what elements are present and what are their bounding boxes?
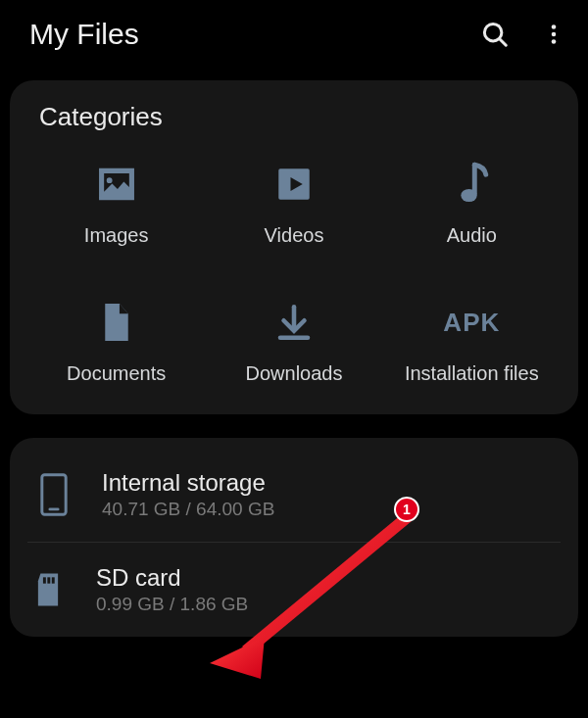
storage-info: SD card 0.99 GB / 1.86 GB — [96, 564, 248, 615]
storage-info: Internal storage 40.71 GB / 64.00 GB — [102, 469, 274, 520]
category-images[interactable]: Images — [27, 162, 205, 247]
category-installation-files[interactable]: APK Installation files — [383, 300, 561, 385]
image-icon — [95, 162, 138, 207]
svg-point-2 — [552, 24, 557, 29]
category-label: Documents — [67, 362, 166, 385]
more-button[interactable] — [541, 22, 566, 47]
annotation-badge: 1 — [394, 497, 419, 522]
storage-card: Internal storage 40.71 GB / 64.00 GB SD … — [10, 438, 578, 637]
apk-icon: APK — [443, 300, 500, 345]
svg-point-4 — [552, 39, 557, 44]
more-vert-icon — [541, 22, 566, 47]
svg-line-1 — [500, 39, 506, 45]
category-label: Images — [84, 224, 149, 247]
svg-rect-13 — [52, 577, 55, 583]
storage-sub: 0.99 GB / 1.86 GB — [96, 594, 248, 615]
sdcard-icon — [27, 571, 69, 608]
categories-title: Categories — [39, 102, 561, 132]
categories-grid: Images Videos Audio — [27, 162, 561, 385]
search-icon — [480, 20, 510, 49]
category-videos[interactable]: Videos — [205, 162, 382, 247]
document-icon — [99, 300, 134, 345]
svg-point-3 — [552, 32, 557, 37]
svg-rect-12 — [47, 577, 50, 583]
search-button[interactable] — [480, 20, 510, 49]
storage-sdcard[interactable]: SD card 0.99 GB / 1.86 GB — [27, 542, 561, 637]
svg-marker-15 — [210, 637, 265, 679]
app-header: My Files — [0, 0, 588, 80]
storage-title: SD card — [96, 564, 248, 592]
svg-point-6 — [462, 189, 477, 202]
category-label: Installation files — [405, 362, 539, 385]
category-label: Downloads — [246, 362, 343, 385]
category-label: Videos — [265, 224, 324, 247]
category-documents[interactable]: Documents — [27, 300, 205, 385]
storage-title: Internal storage — [102, 469, 274, 497]
category-downloads[interactable]: Downloads — [205, 300, 382, 385]
video-icon — [273, 162, 315, 207]
header-actions — [480, 20, 566, 49]
phone-icon — [33, 472, 74, 517]
audio-icon — [452, 162, 491, 207]
storage-sub: 40.71 GB / 64.00 GB — [102, 499, 274, 520]
download-icon — [273, 300, 315, 345]
svg-rect-11 — [43, 577, 46, 583]
categories-card: Categories Images Videos — [10, 80, 578, 414]
storage-internal[interactable]: Internal storage 40.71 GB / 64.00 GB — [27, 448, 561, 542]
page-title: My Files — [29, 18, 139, 51]
category-audio[interactable]: Audio — [383, 162, 561, 247]
category-label: Audio — [447, 224, 497, 247]
